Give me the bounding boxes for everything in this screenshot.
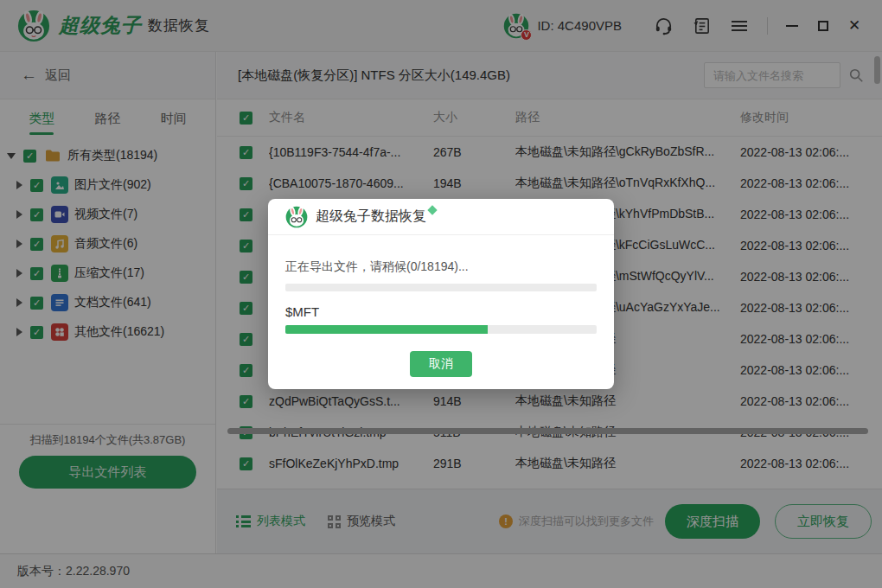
dialog-title: 超级兔子数据恢复 <box>316 208 426 226</box>
overall-progress-bar <box>285 284 597 291</box>
cancel-button[interactable]: 取消 <box>410 351 472 377</box>
dialog-header: 超级兔子数据恢复 <box>268 199 614 235</box>
current-file-label: $MFT <box>285 304 597 319</box>
dialog-rabbit-logo-icon <box>285 206 308 228</box>
export-status-text: 正在导出文件，请稍候(0/18194)... <box>285 259 597 275</box>
current-progress-fill <box>285 325 488 334</box>
diamond-icon <box>427 205 437 214</box>
current-progress-bar <box>285 325 597 334</box>
dialog-body: 正在导出文件，请稍候(0/18194)... $MFT 取消 <box>268 259 614 377</box>
export-progress-dialog: 超级兔子数据恢复 正在导出文件，请稍候(0/18194)... $MFT 取消 <box>268 199 614 389</box>
